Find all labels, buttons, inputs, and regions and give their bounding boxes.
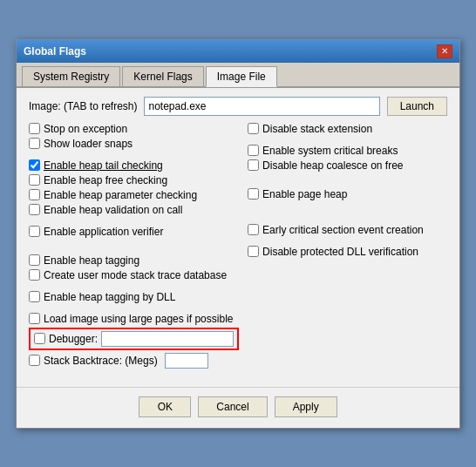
tab-image-file[interactable]: Image File <box>206 66 277 87</box>
enable-heap-parameter-checking-row: Enable heap parameter checking <box>29 189 239 201</box>
enable-system-critical-breaks-checkbox[interactable] <box>248 145 259 156</box>
stop-on-exception-row: Stop on exception <box>29 123 239 135</box>
enable-application-verifier-checkbox[interactable] <box>29 226 40 237</box>
left-column: Stop on exception Show loader snaps Enab… <box>29 123 239 371</box>
tab-system-registry[interactable]: System Registry <box>22 66 120 86</box>
create-user-mode-stack-label: Create user mode stack trace database <box>44 269 227 281</box>
load-image-large-pages-label: Load image using large pages if possible <box>44 313 233 325</box>
enable-system-critical-breaks-row: Enable system critical breaks <box>248 145 447 157</box>
enable-system-critical-breaks-label: Enable system critical breaks <box>262 145 398 157</box>
early-critical-section-row: Early critical section event creation <box>248 224 447 236</box>
footer: OK Cancel Apply <box>17 387 459 428</box>
enable-application-verifier-row: Enable application verifier <box>29 226 239 238</box>
debugger-checkbox[interactable] <box>34 333 45 344</box>
image-label: Image: (TAB to refresh) <box>29 100 137 112</box>
stack-backtrace-input[interactable] <box>165 353 208 369</box>
debugger-label: Debugger: <box>49 333 98 345</box>
disable-stack-extension-checkbox[interactable] <box>248 123 259 134</box>
enable-page-heap-checkbox[interactable] <box>248 188 259 200</box>
global-flags-window: Global Flags ✕ System Registry Kernel Fl… <box>16 39 460 429</box>
enable-heap-parameter-checking-label: Enable heap parameter checking <box>44 189 197 201</box>
show-loader-snaps-label: Show loader snaps <box>44 138 133 150</box>
tab-bar: System Registry Kernel Flags Image File <box>17 63 459 88</box>
load-image-large-pages-row: Load image using large pages if possible <box>29 313 239 325</box>
stack-backtrace-checkbox[interactable] <box>29 355 40 366</box>
enable-heap-tail-checking-row: Enable heap tail checking <box>29 159 239 172</box>
enable-heap-tagging-by-dll-label: Enable heap tagging by DLL <box>44 291 175 303</box>
create-user-mode-stack-checkbox[interactable] <box>29 269 40 281</box>
debugger-row: Debugger: <box>29 328 239 350</box>
main-columns: Stop on exception Show loader snaps Enab… <box>29 123 447 371</box>
enable-heap-tagging-row: Enable heap tagging <box>29 254 239 267</box>
enable-heap-tail-checking-checkbox[interactable] <box>29 159 40 171</box>
stack-backtrace-row: Stack Backtrace: (Megs) <box>29 353 239 369</box>
launch-button[interactable]: Launch <box>387 97 447 116</box>
disable-protected-dll-label: Disable protected DLL verification <box>262 246 418 258</box>
apply-button[interactable]: Apply <box>275 396 337 417</box>
disable-stack-extension-row: Disable stack extension <box>248 123 447 135</box>
enable-page-heap-row: Enable page heap <box>248 188 447 200</box>
image-input[interactable] <box>144 97 379 116</box>
enable-heap-validation-checkbox[interactable] <box>29 204 40 215</box>
tab-kernel-flags[interactable]: Kernel Flags <box>122 66 203 86</box>
title-bar-text: Global Flags <box>24 45 86 58</box>
image-row: Image: (TAB to refresh) Launch <box>29 97 447 116</box>
enable-heap-validation-row: Enable heap validation on call <box>29 204 239 216</box>
ok-button[interactable]: OK <box>139 396 191 417</box>
title-bar: Global Flags ✕ <box>17 40 459 63</box>
enable-heap-parameter-checking-checkbox[interactable] <box>29 189 40 200</box>
disable-protected-dll-row: Disable protected DLL verification <box>248 246 447 258</box>
enable-heap-tagging-checkbox[interactable] <box>29 254 40 266</box>
disable-heap-coalesce-on-free-row: Disable heap coalesce on free <box>248 159 447 172</box>
enable-heap-tagging-label: Enable heap tagging <box>44 254 139 267</box>
disable-stack-extension-label: Disable stack extension <box>262 123 372 135</box>
disable-heap-coalesce-on-free-checkbox[interactable] <box>248 159 259 171</box>
right-column: Disable stack extension Enable system cr… <box>248 123 447 371</box>
create-user-mode-stack-row: Create user mode stack trace database <box>29 269 239 281</box>
disable-protected-dll-checkbox[interactable] <box>248 246 259 257</box>
stop-on-exception-label: Stop on exception <box>44 123 127 135</box>
cancel-button[interactable]: Cancel <box>198 396 267 417</box>
content-area: Image: (TAB to refresh) Launch Stop on e… <box>17 88 459 380</box>
enable-heap-free-checking-checkbox[interactable] <box>29 174 40 186</box>
enable-heap-tagging-by-dll-checkbox[interactable] <box>29 291 40 302</box>
enable-heap-validation-label: Enable heap validation on call <box>44 204 182 216</box>
enable-heap-tagging-by-dll-row: Enable heap tagging by DLL <box>29 291 239 303</box>
enable-heap-free-checking-label: Enable heap free checking <box>44 174 167 186</box>
close-button[interactable]: ✕ <box>437 44 452 58</box>
show-loader-snaps-checkbox[interactable] <box>29 138 40 149</box>
enable-page-heap-label: Enable page heap <box>262 188 347 200</box>
show-loader-snaps-row: Show loader snaps <box>29 138 239 150</box>
stop-on-exception-checkbox[interactable] <box>29 123 40 134</box>
disable-heap-coalesce-on-free-label: Disable heap coalesce on free <box>262 159 403 172</box>
load-image-large-pages-checkbox[interactable] <box>29 313 40 324</box>
stack-backtrace-label: Stack Backtrace: (Megs) <box>44 355 158 367</box>
early-critical-section-checkbox[interactable] <box>248 224 259 235</box>
enable-application-verifier-label: Enable application verifier <box>44 226 163 238</box>
enable-heap-tail-checking-label: Enable heap tail checking <box>44 159 163 172</box>
debugger-input[interactable] <box>101 331 234 347</box>
enable-heap-free-checking-row: Enable heap free checking <box>29 174 239 186</box>
early-critical-section-label: Early critical section event creation <box>262 224 424 236</box>
